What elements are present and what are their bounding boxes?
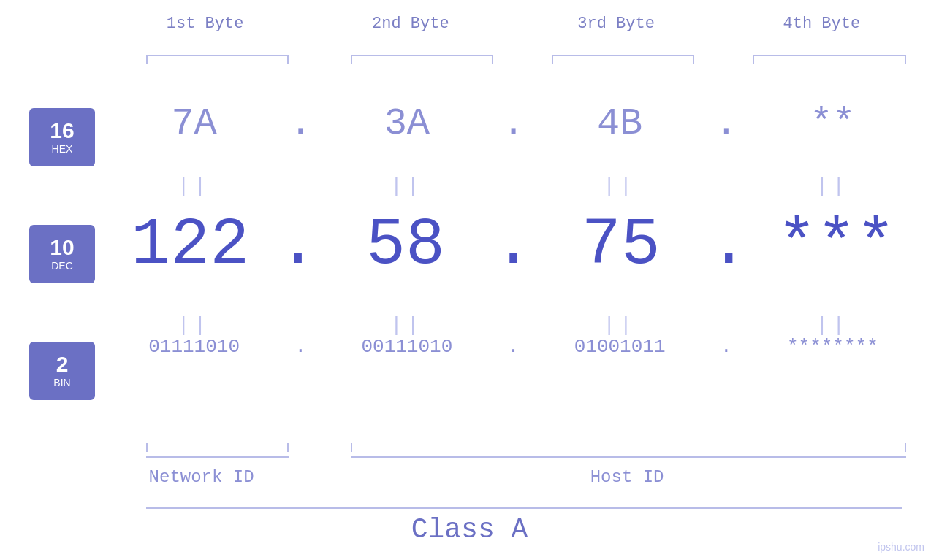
hex-b3: 4B — [528, 102, 712, 145]
hex-badge: 16 HEX — [29, 108, 95, 166]
id-labels: Network ID Host ID — [102, 467, 924, 487]
eq2-b4: || — [741, 314, 924, 337]
b3-tick-right — [693, 55, 694, 64]
b1-bracket — [146, 55, 289, 56]
eq1-b2: || — [315, 175, 498, 198]
dec-badge-num: 10 — [50, 237, 74, 258]
class-bracket-line — [146, 507, 902, 509]
host-bracket-tick-left — [351, 443, 352, 452]
eq2-b1: || — [102, 314, 286, 337]
dec-badge-label: DEC — [51, 260, 73, 272]
byte4-header: 4th Byte — [719, 15, 924, 33]
eq1-b3: || — [528, 175, 712, 198]
bin-row: 01111010 . 00111010 . 01001011 . *******… — [102, 336, 924, 358]
dec-b2: 58 — [318, 208, 494, 283]
hex-b4: ** — [741, 102, 924, 145]
class-label: Class A — [0, 514, 939, 545]
eq2-b2: || — [315, 314, 498, 337]
net-bracket-line — [146, 456, 289, 458]
byte3-header: 3rd Byte — [514, 15, 719, 33]
dec-badge: 10 DEC — [29, 225, 95, 283]
eq1-b4: || — [741, 175, 924, 198]
hex-row: 7A . 3A . 4B . ** — [102, 102, 924, 145]
eq2-b3: || — [528, 314, 712, 337]
host-id-label: Host ID — [590, 467, 664, 487]
b3-bracket — [552, 55, 694, 56]
hex-dot3: . — [712, 102, 741, 145]
hex-dot1: . — [286, 102, 315, 145]
net-bracket-tick-left — [146, 443, 148, 452]
hex-dot2: . — [499, 102, 528, 145]
bin-dot1: . — [286, 336, 315, 358]
net-bracket-tick-right — [287, 443, 289, 452]
dec-b4: *** — [748, 208, 924, 283]
bin-dot2: . — [499, 336, 528, 358]
byte2-header: 2nd Byte — [308, 15, 513, 33]
host-bracket-tick-right — [905, 443, 906, 452]
b4-tick-right — [905, 55, 906, 64]
main-container: 1st Byte 2nd Byte 3rd Byte 4th Byte 16 H… — [0, 0, 939, 560]
dec-dot2: . — [493, 208, 533, 283]
dec-b1: 122 — [102, 208, 278, 283]
watermark: ipshu.com — [878, 541, 924, 553]
hex-badge-num: 16 — [50, 120, 74, 142]
host-bracket-line — [351, 456, 906, 458]
bin-badge: 2 BIN — [29, 342, 95, 400]
dec-dot3: . — [709, 208, 748, 283]
hex-b2: 3A — [315, 102, 498, 145]
eq1-b1: || — [102, 175, 286, 198]
byte-headers: 1st Byte 2nd Byte 3rd Byte 4th Byte — [102, 15, 924, 33]
bin-b2: 00111010 — [315, 336, 498, 358]
network-id-label: Network ID — [149, 467, 254, 487]
bin-b3: 01001011 — [528, 336, 712, 358]
b2-bracket — [351, 55, 493, 56]
bin-b1: 01111010 — [102, 336, 286, 358]
bin-b4: ******** — [741, 336, 924, 358]
b4-bracket — [753, 55, 906, 56]
bin-badge-label: BIN — [53, 377, 70, 388]
dec-row: 122 . 58 . 75 . *** — [102, 208, 924, 283]
hex-badge-label: HEX — [52, 143, 73, 155]
byte1-header: 1st Byte — [102, 15, 308, 33]
eq-row-1: || || || || — [102, 175, 924, 198]
bin-badge-num: 2 — [56, 353, 69, 375]
bin-dot3: . — [712, 336, 741, 358]
b2-tick-right — [492, 55, 493, 64]
eq-row-2: || || || || — [102, 314, 924, 337]
dec-b3: 75 — [533, 208, 710, 283]
dec-dot1: . — [278, 208, 318, 283]
hex-b1: 7A — [102, 102, 286, 145]
b1-tick-right — [287, 55, 289, 64]
